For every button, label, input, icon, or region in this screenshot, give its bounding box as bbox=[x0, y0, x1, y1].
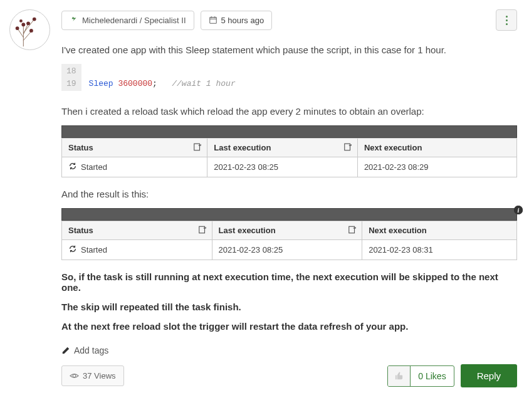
last-exec-value: 2021-02-23 08:25 bbox=[207, 157, 358, 177]
posted-time: 5 hours ago bbox=[221, 16, 264, 25]
calendar-icon bbox=[209, 16, 217, 24]
thumbs-up-icon bbox=[394, 371, 404, 381]
table-row: Startedi 2021-02-23 08:25 2021-02-23 08:… bbox=[62, 157, 517, 177]
views-count: 37 Views bbox=[61, 365, 124, 386]
svg-rect-16 bbox=[345, 144, 350, 150]
code-number: 3600000 bbox=[118, 79, 152, 88]
like-button[interactable] bbox=[388, 366, 411, 386]
code-punct: ; bbox=[152, 79, 157, 88]
paragraph: The skip will repeated till the task fin… bbox=[61, 302, 517, 312]
pencil-icon bbox=[61, 346, 70, 355]
reply-button[interactable]: Reply bbox=[461, 364, 517, 387]
tags-label: Add tags bbox=[74, 345, 108, 355]
timestamp-badge: 5 hours ago bbox=[201, 11, 273, 30]
svg-rect-15 bbox=[194, 144, 200, 150]
paragraph: Then i created a reload task which reloa… bbox=[61, 106, 517, 117]
last-exec-value: 2021-02-23 08:25 bbox=[212, 240, 362, 260]
col-status[interactable]: Status bbox=[62, 221, 212, 240]
paragraph: So, if the task is still running at next… bbox=[61, 271, 517, 293]
svg-point-6 bbox=[21, 23, 25, 26]
kebab-icon bbox=[506, 16, 508, 25]
col-status[interactable]: Status bbox=[62, 139, 207, 157]
info-icon[interactable]: i bbox=[514, 206, 523, 214]
table-row: Startedi 2021-02-23 08:25 2021-02-23 08:… bbox=[62, 240, 517, 260]
svg-point-7 bbox=[26, 21, 30, 25]
code-keyword: Sleep bbox=[89, 79, 113, 88]
svg-line-3 bbox=[23, 31, 31, 41]
author-rank: Specialist II bbox=[144, 16, 186, 25]
status-value: Started bbox=[81, 162, 107, 172]
status-value: Started bbox=[81, 245, 107, 255]
author-name: Micheledenardi bbox=[82, 16, 137, 25]
svg-point-19 bbox=[73, 374, 76, 377]
filter-icon bbox=[343, 142, 352, 153]
col-next-exec[interactable]: Next execution bbox=[357, 139, 516, 157]
eye-icon bbox=[70, 371, 79, 381]
author-badge[interactable]: Micheledenardi / Specialist II bbox=[61, 11, 194, 30]
col-last-exec[interactable]: Last execution bbox=[212, 221, 362, 240]
svg-point-9 bbox=[33, 18, 36, 21]
svg-point-8 bbox=[29, 29, 33, 33]
avatar[interactable] bbox=[9, 9, 50, 50]
svg-point-10 bbox=[19, 19, 23, 23]
svg-point-5 bbox=[16, 26, 19, 30]
filter-icon bbox=[198, 225, 207, 236]
svg-rect-11 bbox=[209, 18, 216, 24]
filter-icon bbox=[348, 225, 357, 236]
svg-rect-17 bbox=[199, 226, 204, 233]
likes-count[interactable]: 0 Likes bbox=[411, 366, 453, 386]
col-next-exec[interactable]: Next execution bbox=[362, 221, 517, 240]
svg-rect-18 bbox=[349, 226, 355, 233]
code-comment: //wait 1 hour bbox=[172, 79, 235, 88]
post-menu-button[interactable] bbox=[496, 9, 517, 31]
filter-icon bbox=[193, 142, 202, 153]
paragraph: I've created one app with this Sleep sta… bbox=[61, 45, 517, 55]
task-table-1: Status Last execution Next execution Sta… bbox=[61, 125, 517, 177]
task-table-2: Status Last execution Next execution Sta… bbox=[61, 208, 517, 260]
refresh-icon bbox=[68, 162, 77, 172]
add-tags-link[interactable]: Add tags bbox=[61, 345, 517, 355]
likes-widget: 0 Likes bbox=[387, 365, 454, 387]
paragraph: At the next free reload slot the trigger… bbox=[61, 321, 517, 332]
code-block: 18 19 Sleep 3600000; //wait 1 hour bbox=[61, 64, 517, 91]
line-number: 19 bbox=[66, 78, 76, 90]
paragraph: And the result is this: bbox=[61, 189, 517, 199]
line-number: 18 bbox=[66, 65, 76, 78]
col-last-exec[interactable]: Last execution bbox=[207, 139, 358, 157]
refresh-icon bbox=[68, 244, 77, 255]
next-exec-value: 2021-02-23 08:29 bbox=[357, 157, 516, 177]
next-exec-value: 2021-02-23 08:31 bbox=[362, 240, 517, 260]
